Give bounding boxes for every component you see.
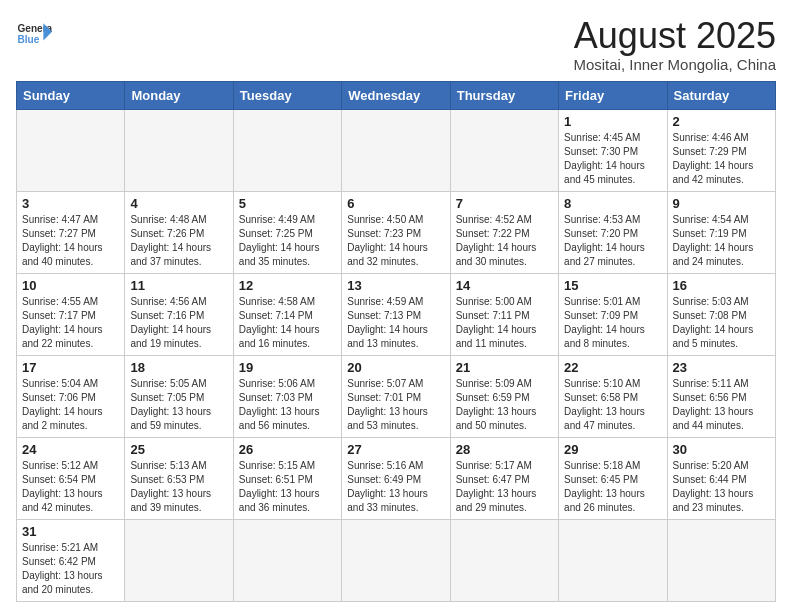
- calendar-cell: [233, 109, 341, 191]
- calendar-cell: [342, 519, 450, 601]
- day-number: 6: [347, 196, 444, 211]
- day-number: 25: [130, 442, 227, 457]
- calendar-cell: 21Sunrise: 5:09 AM Sunset: 6:59 PM Dayli…: [450, 355, 558, 437]
- day-number: 27: [347, 442, 444, 457]
- calendar-week-4: 24Sunrise: 5:12 AM Sunset: 6:54 PM Dayli…: [17, 437, 776, 519]
- calendar-cell: 18Sunrise: 5:05 AM Sunset: 7:05 PM Dayli…: [125, 355, 233, 437]
- calendar-cell: 30Sunrise: 5:20 AM Sunset: 6:44 PM Dayli…: [667, 437, 775, 519]
- calendar-cell: 15Sunrise: 5:01 AM Sunset: 7:09 PM Dayli…: [559, 273, 667, 355]
- calendar-cell: 24Sunrise: 5:12 AM Sunset: 6:54 PM Dayli…: [17, 437, 125, 519]
- day-number: 31: [22, 524, 119, 539]
- calendar-cell: 10Sunrise: 4:55 AM Sunset: 7:17 PM Dayli…: [17, 273, 125, 355]
- calendar-week-5: 31Sunrise: 5:21 AM Sunset: 6:42 PM Dayli…: [17, 519, 776, 601]
- calendar-cell: [450, 109, 558, 191]
- calendar-cell: 11Sunrise: 4:56 AM Sunset: 7:16 PM Dayli…: [125, 273, 233, 355]
- calendar-cell: [125, 519, 233, 601]
- day-info: Sunrise: 4:49 AM Sunset: 7:25 PM Dayligh…: [239, 213, 336, 269]
- day-number: 5: [239, 196, 336, 211]
- calendar-cell: 16Sunrise: 5:03 AM Sunset: 7:08 PM Dayli…: [667, 273, 775, 355]
- weekday-header-sunday: Sunday: [17, 81, 125, 109]
- day-info: Sunrise: 5:06 AM Sunset: 7:03 PM Dayligh…: [239, 377, 336, 433]
- weekday-header-saturday: Saturday: [667, 81, 775, 109]
- calendar-cell: 9Sunrise: 4:54 AM Sunset: 7:19 PM Daylig…: [667, 191, 775, 273]
- calendar-cell: 23Sunrise: 5:11 AM Sunset: 6:56 PM Dayli…: [667, 355, 775, 437]
- day-number: 28: [456, 442, 553, 457]
- day-number: 4: [130, 196, 227, 211]
- day-number: 19: [239, 360, 336, 375]
- day-number: 22: [564, 360, 661, 375]
- day-number: 11: [130, 278, 227, 293]
- day-info: Sunrise: 5:05 AM Sunset: 7:05 PM Dayligh…: [130, 377, 227, 433]
- day-number: 7: [456, 196, 553, 211]
- day-number: 12: [239, 278, 336, 293]
- calendar-cell: 28Sunrise: 5:17 AM Sunset: 6:47 PM Dayli…: [450, 437, 558, 519]
- weekday-header-friday: Friday: [559, 81, 667, 109]
- calendar-cell: [667, 519, 775, 601]
- calendar-subtitle: Mositai, Inner Mongolia, China: [573, 56, 776, 73]
- day-info: Sunrise: 5:20 AM Sunset: 6:44 PM Dayligh…: [673, 459, 770, 515]
- day-info: Sunrise: 5:16 AM Sunset: 6:49 PM Dayligh…: [347, 459, 444, 515]
- day-info: Sunrise: 5:21 AM Sunset: 6:42 PM Dayligh…: [22, 541, 119, 597]
- day-number: 30: [673, 442, 770, 457]
- calendar-cell: 8Sunrise: 4:53 AM Sunset: 7:20 PM Daylig…: [559, 191, 667, 273]
- calendar-cell: 4Sunrise: 4:48 AM Sunset: 7:26 PM Daylig…: [125, 191, 233, 273]
- svg-text:Blue: Blue: [17, 34, 39, 45]
- calendar-cell: 19Sunrise: 5:06 AM Sunset: 7:03 PM Dayli…: [233, 355, 341, 437]
- day-info: Sunrise: 4:54 AM Sunset: 7:19 PM Dayligh…: [673, 213, 770, 269]
- day-info: Sunrise: 5:12 AM Sunset: 6:54 PM Dayligh…: [22, 459, 119, 515]
- day-info: Sunrise: 5:00 AM Sunset: 7:11 PM Dayligh…: [456, 295, 553, 351]
- calendar-cell: 20Sunrise: 5:07 AM Sunset: 7:01 PM Dayli…: [342, 355, 450, 437]
- calendar-cell: 29Sunrise: 5:18 AM Sunset: 6:45 PM Dayli…: [559, 437, 667, 519]
- day-info: Sunrise: 5:18 AM Sunset: 6:45 PM Dayligh…: [564, 459, 661, 515]
- day-number: 1: [564, 114, 661, 129]
- day-info: Sunrise: 4:56 AM Sunset: 7:16 PM Dayligh…: [130, 295, 227, 351]
- day-number: 21: [456, 360, 553, 375]
- calendar-cell: 25Sunrise: 5:13 AM Sunset: 6:53 PM Dayli…: [125, 437, 233, 519]
- day-info: Sunrise: 4:47 AM Sunset: 7:27 PM Dayligh…: [22, 213, 119, 269]
- day-info: Sunrise: 4:46 AM Sunset: 7:29 PM Dayligh…: [673, 131, 770, 187]
- day-number: 29: [564, 442, 661, 457]
- calendar-cell: [450, 519, 558, 601]
- day-number: 16: [673, 278, 770, 293]
- day-number: 13: [347, 278, 444, 293]
- calendar-cell: 14Sunrise: 5:00 AM Sunset: 7:11 PM Dayli…: [450, 273, 558, 355]
- calendar-cell: 12Sunrise: 4:58 AM Sunset: 7:14 PM Dayli…: [233, 273, 341, 355]
- weekday-header-row: SundayMondayTuesdayWednesdayThursdayFrid…: [17, 81, 776, 109]
- title-block: August 2025 Mositai, Inner Mongolia, Chi…: [573, 16, 776, 73]
- day-info: Sunrise: 4:45 AM Sunset: 7:30 PM Dayligh…: [564, 131, 661, 187]
- day-info: Sunrise: 4:59 AM Sunset: 7:13 PM Dayligh…: [347, 295, 444, 351]
- day-number: 26: [239, 442, 336, 457]
- day-info: Sunrise: 5:09 AM Sunset: 6:59 PM Dayligh…: [456, 377, 553, 433]
- calendar-table: SundayMondayTuesdayWednesdayThursdayFrid…: [16, 81, 776, 602]
- calendar-cell: [233, 519, 341, 601]
- day-info: Sunrise: 4:53 AM Sunset: 7:20 PM Dayligh…: [564, 213, 661, 269]
- weekday-header-thursday: Thursday: [450, 81, 558, 109]
- calendar-cell: 7Sunrise: 4:52 AM Sunset: 7:22 PM Daylig…: [450, 191, 558, 273]
- calendar-cell: [559, 519, 667, 601]
- day-info: Sunrise: 4:52 AM Sunset: 7:22 PM Dayligh…: [456, 213, 553, 269]
- day-number: 2: [673, 114, 770, 129]
- day-number: 8: [564, 196, 661, 211]
- day-info: Sunrise: 4:58 AM Sunset: 7:14 PM Dayligh…: [239, 295, 336, 351]
- day-info: Sunrise: 5:04 AM Sunset: 7:06 PM Dayligh…: [22, 377, 119, 433]
- weekday-header-tuesday: Tuesday: [233, 81, 341, 109]
- calendar-cell: [342, 109, 450, 191]
- day-info: Sunrise: 5:07 AM Sunset: 7:01 PM Dayligh…: [347, 377, 444, 433]
- day-info: Sunrise: 5:01 AM Sunset: 7:09 PM Dayligh…: [564, 295, 661, 351]
- day-info: Sunrise: 5:13 AM Sunset: 6:53 PM Dayligh…: [130, 459, 227, 515]
- logo-icon: General Blue: [16, 16, 52, 52]
- calendar-cell: [17, 109, 125, 191]
- calendar-cell: 13Sunrise: 4:59 AM Sunset: 7:13 PM Dayli…: [342, 273, 450, 355]
- calendar-cell: 1Sunrise: 4:45 AM Sunset: 7:30 PM Daylig…: [559, 109, 667, 191]
- calendar-cell: 26Sunrise: 5:15 AM Sunset: 6:51 PM Dayli…: [233, 437, 341, 519]
- day-number: 3: [22, 196, 119, 211]
- day-number: 24: [22, 442, 119, 457]
- day-info: Sunrise: 4:50 AM Sunset: 7:23 PM Dayligh…: [347, 213, 444, 269]
- day-number: 23: [673, 360, 770, 375]
- calendar-cell: 6Sunrise: 4:50 AM Sunset: 7:23 PM Daylig…: [342, 191, 450, 273]
- day-info: Sunrise: 5:17 AM Sunset: 6:47 PM Dayligh…: [456, 459, 553, 515]
- day-number: 20: [347, 360, 444, 375]
- page-header: General Blue August 2025 Mositai, Inner …: [16, 16, 776, 73]
- calendar-cell: [125, 109, 233, 191]
- logo: General Blue: [16, 16, 52, 52]
